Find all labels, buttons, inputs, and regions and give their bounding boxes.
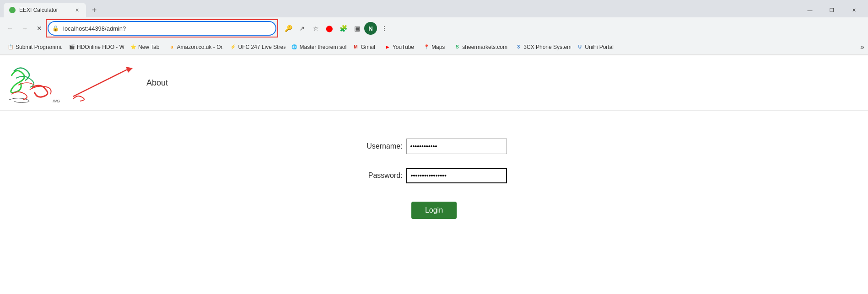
close-button[interactable]: ✕ <box>843 3 864 17</box>
bookmark-favicon-ufc: ⚡ <box>230 44 236 50</box>
lock-icon: 🔒 <box>52 25 59 32</box>
bookmark-label-hdonline: HDOnline HDO - W... <box>77 44 124 50</box>
bookmark-youtube[interactable]: ▶ YouTube <box>381 43 418 52</box>
bookmark-label-maps: Maps <box>431 44 445 50</box>
tab-favicon <box>9 7 16 13</box>
bookmark-favicon-3cx: 3 <box>515 44 522 50</box>
address-bar: ← → ✕ 🔒 🔑 ↗ ☆ ⬤ 🧩 ▣ N ⋮ <box>0 17 868 39</box>
bookmark-favicon-gmail: M <box>352 44 359 50</box>
sidebar-icon[interactable]: ▣ <box>350 22 363 35</box>
active-tab[interactable]: EEXI Calculator ✕ <box>4 3 86 17</box>
bookmark-label-gmail: Gmail <box>361 44 375 50</box>
new-tab-button[interactable]: + <box>88 4 101 16</box>
bookmark-label-unifi: UniFi Portal <box>585 44 614 50</box>
site-header: ING About <box>0 55 868 111</box>
maximize-button[interactable]: ❐ <box>821 3 842 17</box>
extensions-icon[interactable]: 🧩 <box>337 22 350 35</box>
bookmark-favicon-youtube: ▶ <box>384 44 391 50</box>
bookmark-favicon-submit: 📋 <box>7 44 14 50</box>
password-input[interactable] <box>406 168 507 183</box>
bookmark-gmail[interactable]: M Gmail <box>349 43 378 52</box>
about-nav-link[interactable]: About <box>146 78 168 88</box>
bookmark-newtab[interactable]: ⭐ New Tab <box>126 43 163 52</box>
bookmark-unifi[interactable]: U UniFi Portal <box>573 43 617 52</box>
bookmark-favicon-maps: 📍 <box>423 44 430 50</box>
bookmark-label-sheer: sheermarkets.com <box>462 44 507 50</box>
menu-button[interactable]: ⋮ <box>378 22 391 35</box>
share-icon[interactable]: ↗ <box>296 22 308 35</box>
bookmark-favicon-master: 🌐 <box>291 44 297 50</box>
bookmark-amazon[interactable]: a Amazon.co.uk - Or... <box>165 43 224 52</box>
bookmark-hdonline[interactable]: 🎬 HDOnline HDO - W... <box>65 43 124 52</box>
key-icon[interactable]: 🔑 <box>282 22 295 35</box>
bookmark-label-submit: Submit Programmi... <box>16 44 63 50</box>
bookmarks-bar: 📋 Submit Programmi... 🎬 HDOnline HDO - W… <box>0 39 868 55</box>
tab-close-button[interactable]: ✕ <box>73 6 81 14</box>
annotation-arrow <box>73 60 156 106</box>
bookmark-favicon-hdonline: 🎬 <box>69 44 75 50</box>
username-label: Username: <box>361 142 403 150</box>
window-controls: — ❐ ✕ <box>799 3 864 17</box>
bookmark-label-youtube: YouTube <box>393 44 414 50</box>
bookmark-maps[interactable]: 📍 Maps <box>420 43 448 52</box>
bookmark-label-newtab: New Tab <box>138 44 159 50</box>
bookmark-ufc[interactable]: ⚡ UFC 247 Live Streams <box>226 43 286 52</box>
svg-marker-2 <box>126 67 133 73</box>
opera-icon[interactable]: ⬤ <box>323 22 336 35</box>
bookmark-3cx[interactable]: 3 3CX Phone System... <box>512 43 571 52</box>
url-bar-wrapper: 🔒 <box>48 21 276 36</box>
bookmark-favicon-sheer: S <box>454 44 460 50</box>
bookmark-label-ufc: UFC 247 Live Streams <box>238 44 286 50</box>
svg-text:ING: ING <box>53 99 60 103</box>
bookmarks-more-button[interactable]: » <box>860 43 864 51</box>
minimize-button[interactable]: — <box>799 3 820 17</box>
password-label: Password: <box>361 171 403 180</box>
browser-chrome: EEXI Calculator ✕ + — ❐ ✕ ← → ✕ 🔒 🔑 ↗ ☆ … <box>0 0 868 55</box>
tab-title: EEXI Calculator <box>19 7 70 13</box>
tab-bar: EEXI Calculator ✕ + — ❐ ✕ <box>0 0 868 17</box>
back-button[interactable]: ← <box>4 22 16 35</box>
bookmark-star-icon[interactable]: ☆ <box>309 22 322 35</box>
url-input[interactable] <box>48 21 276 36</box>
bookmark-sheermarkets[interactable]: S sheermarkets.com <box>450 43 510 52</box>
reload-button[interactable]: ✕ <box>33 22 46 35</box>
bookmark-submit-programmi[interactable]: 📋 Submit Programmi... <box>4 43 63 52</box>
bookmark-master[interactable]: 🌐 Master theorem sol... <box>287 43 347 52</box>
login-section: Username: Password: Login <box>0 111 868 246</box>
profile-button[interactable]: N <box>364 22 377 35</box>
bookmark-label-master: Master theorem sol... <box>299 44 347 50</box>
page-content: ING About Username: Password: Login <box>0 55 868 293</box>
svg-line-1 <box>73 69 128 96</box>
username-row: Username: <box>361 139 507 154</box>
browser-actions: 🔑 ↗ ☆ ⬤ 🧩 ▣ N ⋮ <box>282 22 391 35</box>
logo-area: ING <box>9 62 73 103</box>
nav-links: About <box>146 78 168 88</box>
bookmark-label-3cx: 3CX Phone System... <box>523 44 571 50</box>
forward-button[interactable]: → <box>18 22 31 35</box>
bookmark-favicon-amazon: a <box>168 44 175 50</box>
bookmark-favicon-newtab: ⭐ <box>130 44 136 50</box>
bookmark-favicon-unifi: U <box>577 44 583 50</box>
bookmark-label-amazon: Amazon.co.uk - Or... <box>177 44 224 50</box>
password-row: Password: <box>361 168 507 183</box>
logo-scribble-svg: ING <box>9 62 73 103</box>
username-input[interactable] <box>406 139 507 154</box>
login-button[interactable]: Login <box>411 202 457 219</box>
